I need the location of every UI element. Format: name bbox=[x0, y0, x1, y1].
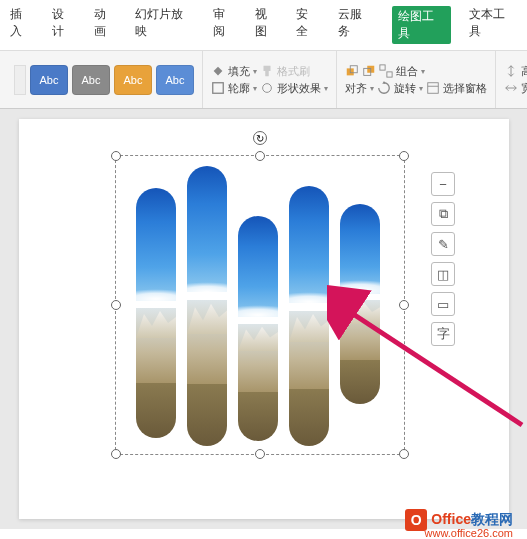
height-input[interactable]: 高 bbox=[504, 64, 527, 79]
bring-forward-icon[interactable] bbox=[345, 64, 359, 78]
menu-insert[interactable]: 插入 bbox=[10, 6, 34, 44]
menu-texttools[interactable]: 文本工具 bbox=[469, 6, 517, 44]
group-button[interactable]: 组合 bbox=[396, 64, 418, 79]
height-label: 高 bbox=[521, 64, 527, 79]
shape-button[interactable]: ◫ bbox=[431, 262, 455, 286]
fill-label: 填充 bbox=[228, 64, 250, 79]
width-label: 宽 bbox=[521, 81, 527, 96]
caret-icon: ▾ bbox=[421, 67, 425, 76]
svg-rect-10 bbox=[428, 83, 439, 94]
caret-icon: ▾ bbox=[370, 84, 374, 93]
effects-label: 形状效果 bbox=[277, 81, 321, 96]
fill-outline-group: 填充▾ 格式刷 轮廓▾ 形状效果▾ bbox=[203, 51, 337, 108]
text-button[interactable]: 字 bbox=[431, 322, 455, 346]
handle-r[interactable] bbox=[399, 300, 409, 310]
menu-view[interactable]: 视图 bbox=[255, 6, 279, 44]
style-preset-2[interactable]: Abc bbox=[72, 65, 110, 95]
edit-button[interactable]: ✎ bbox=[431, 232, 455, 256]
outline-icon bbox=[211, 81, 225, 95]
rotate-icon bbox=[377, 81, 391, 95]
formatbrush-icon bbox=[260, 64, 274, 78]
effects-icon bbox=[260, 81, 274, 95]
outline-label: 轮廓 bbox=[228, 81, 250, 96]
shape-image[interactable] bbox=[136, 166, 386, 446]
svg-point-3 bbox=[263, 84, 272, 93]
svg-rect-2 bbox=[213, 83, 224, 94]
send-back-icon[interactable] bbox=[362, 64, 376, 78]
svg-rect-0 bbox=[264, 66, 271, 71]
handle-bl[interactable] bbox=[111, 449, 121, 459]
floating-toolbar: − ⧉ ✎ ◫ ▭ 字 bbox=[431, 172, 455, 346]
menu-design[interactable]: 设计 bbox=[52, 6, 76, 44]
style-gallery: Abc Abc Abc Abc bbox=[6, 51, 203, 108]
size-group: 高 宽 bbox=[496, 51, 527, 108]
caret-icon: ▾ bbox=[324, 84, 328, 93]
svg-rect-1 bbox=[265, 71, 269, 76]
style-preset-3[interactable]: Abc bbox=[114, 65, 152, 95]
outline-button[interactable]: 轮廓▾ 形状效果▾ bbox=[211, 81, 328, 96]
svg-rect-8 bbox=[380, 65, 385, 70]
ribbon: Abc Abc Abc Abc 填充▾ 格式刷 轮廓▾ 形状效果▾ bbox=[0, 51, 527, 109]
selectpane-button[interactable]: 选择窗格 bbox=[443, 81, 487, 96]
handle-tr[interactable] bbox=[399, 151, 409, 161]
style-prev[interactable] bbox=[14, 65, 26, 95]
menu-drawtools[interactable]: 绘图工具 bbox=[392, 6, 452, 44]
rect-button[interactable]: ▭ bbox=[431, 292, 455, 316]
width-input[interactable]: 宽 bbox=[504, 81, 527, 96]
svg-rect-9 bbox=[387, 72, 392, 77]
selection-box[interactable]: ↻ bbox=[115, 155, 405, 455]
handle-br[interactable] bbox=[399, 449, 409, 459]
handle-l[interactable] bbox=[111, 300, 121, 310]
align-button[interactable]: 对齐 bbox=[345, 81, 367, 96]
menu-animation[interactable]: 动画 bbox=[94, 6, 118, 44]
rotate-button[interactable]: 旋转 bbox=[394, 81, 416, 96]
fill-button[interactable]: 填充▾ 格式刷 bbox=[211, 64, 328, 79]
handle-t[interactable] bbox=[255, 151, 265, 161]
handle-tl[interactable] bbox=[111, 151, 121, 161]
selectpane-icon bbox=[426, 81, 440, 95]
menu-slideshow[interactable]: 幻灯片放映 bbox=[135, 6, 194, 44]
formatbrush-label: 格式刷 bbox=[277, 64, 310, 79]
menu-security[interactable]: 安全 bbox=[296, 6, 320, 44]
copy-button[interactable]: ⧉ bbox=[431, 202, 455, 226]
watermark-url: www.office26.com bbox=[425, 527, 513, 539]
handle-b[interactable] bbox=[255, 449, 265, 459]
caret-icon: ▾ bbox=[253, 67, 257, 76]
collapse-button[interactable]: − bbox=[431, 172, 455, 196]
arrange-group: 组合▾ 对齐▾ 旋转▾ 选择窗格 bbox=[337, 51, 496, 108]
menu-cloud[interactable]: 云服务 bbox=[338, 6, 374, 44]
group-icon bbox=[379, 64, 393, 78]
caret-icon: ▾ bbox=[419, 84, 423, 93]
caret-icon: ▾ bbox=[253, 84, 257, 93]
width-icon bbox=[504, 81, 518, 95]
style-preset-1[interactable]: Abc bbox=[30, 65, 68, 95]
style-preset-4[interactable]: Abc bbox=[156, 65, 194, 95]
fill-icon bbox=[211, 64, 225, 78]
rotate-handle[interactable]: ↻ bbox=[253, 131, 267, 145]
height-icon bbox=[504, 64, 518, 78]
menu-bar: 插入 设计 动画 幻灯片放映 审阅 视图 安全 云服务 绘图工具 文本工具 bbox=[0, 0, 527, 51]
menu-review[interactable]: 审阅 bbox=[213, 6, 237, 44]
